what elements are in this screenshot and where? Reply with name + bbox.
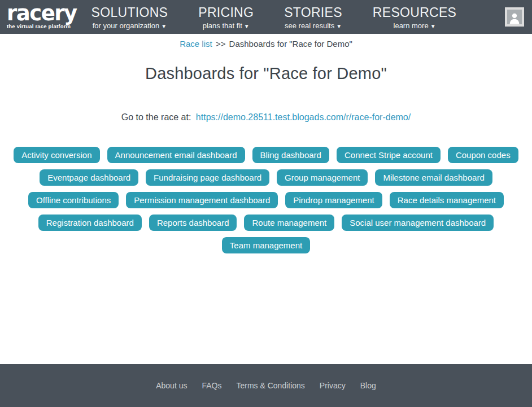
button-team-management[interactable]: Team management <box>222 237 310 253</box>
button-fundraising-page-dashboard[interactable]: Fundraising page dashboard <box>146 169 269 186</box>
button-row-5: Team management <box>0 237 532 253</box>
chevron-down-icon: ▼ <box>430 23 436 29</box>
button-announcement-email-dashboard[interactable]: Announcement email dashboard <box>107 147 245 163</box>
site-footer: About us FAQs Terms & Conditions Privacy… <box>0 364 532 407</box>
button-activity-conversion[interactable]: Activity conversion <box>14 147 99 163</box>
chevron-down-icon: ▼ <box>244 23 250 29</box>
button-permission-management-dashboard[interactable]: Permission management dashboard <box>126 192 278 208</box>
race-url-link[interactable]: https://demo.28511.test.blogads.com/r/ra… <box>196 112 411 122</box>
chevron-down-icon: ▼ <box>161 23 167 29</box>
breadcrumb-race-list-link[interactable]: Race list <box>180 39 212 49</box>
main-nav: SOLUTIONS for your organization▼ PRICING… <box>91 5 457 30</box>
button-reports-dashboard[interactable]: Reports dashboard <box>149 215 237 231</box>
button-connect-stripe-account[interactable]: Connect Stripe account <box>337 147 441 163</box>
footer-link-privacy[interactable]: Privacy <box>320 381 346 390</box>
button-row-3: Offline contributions Permission managem… <box>0 192 532 208</box>
button-row-2: Eventpage dashboard Fundraising page das… <box>0 169 532 186</box>
logo-tagline: the virtual race platform <box>7 24 77 29</box>
logo-wordmark: racery <box>7 5 77 22</box>
button-social-user-management-dashboard[interactable]: Social user management dashboard <box>342 215 494 231</box>
page-title: Dashboards for "Race for Demo" <box>0 64 532 83</box>
nav-stories[interactable]: STORIES see real results▼ <box>284 5 342 30</box>
button-group-management[interactable]: Group management <box>277 169 368 186</box>
dashboard-buttons: Activity conversion Announcement email d… <box>0 147 532 253</box>
nav-resources[interactable]: RESOURCES learn more▼ <box>373 5 456 30</box>
footer-link-terms-conditions[interactable]: Terms & Conditions <box>236 381 304 390</box>
footer-link-faqs[interactable]: FAQs <box>202 381 221 390</box>
button-route-management[interactable]: Route management <box>244 215 334 231</box>
chevron-down-icon: ▼ <box>336 23 342 29</box>
breadcrumb: Race list >> Dashboards for "Race for De… <box>0 34 532 49</box>
racery-logo[interactable]: racery the virtual race platform <box>7 5 77 29</box>
footer-link-about-us[interactable]: About us <box>156 381 187 390</box>
breadcrumb-current: Dashboards for "Race for Demo" <box>229 39 352 49</box>
button-offline-contributions[interactable]: Offline contributions <box>28 192 119 208</box>
breadcrumb-separator: >> <box>216 39 226 49</box>
button-eventpage-dashboard[interactable]: Eventpage dashboard <box>40 169 138 186</box>
user-avatar-icon <box>507 10 522 24</box>
site-header: racery the virtual race platform SOLUTIO… <box>0 0 532 34</box>
race-link-line: Go to the race at: https://demo.28511.te… <box>0 112 532 122</box>
button-milestone-email-dashboard[interactable]: Milestone email dashboard <box>375 169 492 186</box>
race-link-label: Go to the race at: <box>121 112 191 122</box>
button-coupon-codes[interactable]: Coupon codes <box>448 147 518 163</box>
button-row-1: Activity conversion Announcement email d… <box>0 147 532 163</box>
user-avatar-button[interactable] <box>505 7 524 27</box>
nav-pricing[interactable]: PRICING plans that fit▼ <box>198 5 254 30</box>
button-registration-dashboard[interactable]: Registration dashboard <box>38 215 142 231</box>
main-content: Race list >> Dashboards for "Race for De… <box>0 34 532 364</box>
button-race-details-management[interactable]: Race details management <box>390 192 504 208</box>
nav-solutions[interactable]: SOLUTIONS for your organization▼ <box>91 5 168 30</box>
button-bling-dashboard[interactable]: Bling dashboard <box>252 147 329 163</box>
button-pindrop-management[interactable]: Pindrop management <box>285 192 382 208</box>
button-row-4: Registration dashboard Reports dashboard… <box>0 215 532 231</box>
footer-link-blog[interactable]: Blog <box>360 381 376 390</box>
